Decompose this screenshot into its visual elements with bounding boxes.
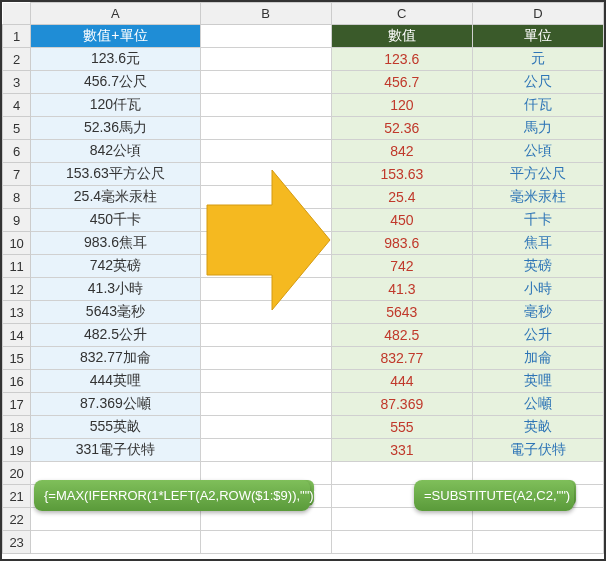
cell-B14[interactable] xyxy=(200,324,331,347)
cell-B2[interactable] xyxy=(200,48,331,71)
cell-B18[interactable] xyxy=(200,416,331,439)
cell-A6[interactable]: 842公頃 xyxy=(31,140,200,163)
cell-A17[interactable]: 87.369公噸 xyxy=(31,393,200,416)
cell-C17[interactable]: 87.369 xyxy=(331,393,472,416)
cell-A7[interactable]: 153.63平方公尺 xyxy=(31,163,200,186)
cell-A14[interactable]: 482.5公升 xyxy=(31,324,200,347)
row-header-23[interactable]: 23 xyxy=(3,531,31,554)
row-header-13[interactable]: 13 xyxy=(3,301,31,324)
cell-B1[interactable] xyxy=(200,25,331,48)
cell-A2[interactable]: 123.6元 xyxy=(31,48,200,71)
cell-C1[interactable]: 數值 xyxy=(331,25,472,48)
row-header-7[interactable]: 7 xyxy=(3,163,31,186)
cell-C5[interactable]: 52.36 xyxy=(331,117,472,140)
cell-B7[interactable] xyxy=(200,163,331,186)
cell-C18[interactable]: 555 xyxy=(331,416,472,439)
row-header-12[interactable]: 12 xyxy=(3,278,31,301)
cell-C8[interactable]: 25.4 xyxy=(331,186,472,209)
cell-B11[interactable] xyxy=(200,255,331,278)
row-header-17[interactable]: 17 xyxy=(3,393,31,416)
row-header-14[interactable]: 14 xyxy=(3,324,31,347)
cell-A5[interactable]: 52.36馬力 xyxy=(31,117,200,140)
cell-C6[interactable]: 842 xyxy=(331,140,472,163)
cell-A3[interactable]: 456.7公尺 xyxy=(31,71,200,94)
row-header-15[interactable]: 15 xyxy=(3,347,31,370)
cell-B10[interactable] xyxy=(200,232,331,255)
cell-A13[interactable]: 5643毫秒 xyxy=(31,301,200,324)
cell-C7[interactable]: 153.63 xyxy=(331,163,472,186)
row-header-4[interactable]: 4 xyxy=(3,94,31,117)
row-header-11[interactable]: 11 xyxy=(3,255,31,278)
cell-D19[interactable]: 電子伏特 xyxy=(472,439,603,462)
col-header-B[interactable]: B xyxy=(200,3,331,25)
row-header-22[interactable]: 22 xyxy=(3,508,31,531)
cell-B8[interactable] xyxy=(200,186,331,209)
cell-B15[interactable] xyxy=(200,347,331,370)
cell-A10[interactable]: 983.6焦耳 xyxy=(31,232,200,255)
row-header-5[interactable]: 5 xyxy=(3,117,31,140)
row-header-10[interactable]: 10 xyxy=(3,232,31,255)
cell-A12[interactable]: 41.3小時 xyxy=(31,278,200,301)
cell-D15[interactable]: 加侖 xyxy=(472,347,603,370)
cell-D11[interactable]: 英磅 xyxy=(472,255,603,278)
cell-C2[interactable]: 123.6 xyxy=(331,48,472,71)
cell-A9[interactable]: 450千卡 xyxy=(31,209,200,232)
cell-C10[interactable]: 983.6 xyxy=(331,232,472,255)
col-header-A[interactable]: A xyxy=(31,3,200,25)
cell-D16[interactable]: 英哩 xyxy=(472,370,603,393)
row-header-1[interactable]: 1 xyxy=(3,25,31,48)
row-header-18[interactable]: 18 xyxy=(3,416,31,439)
cell-C12[interactable]: 41.3 xyxy=(331,278,472,301)
cell-D4[interactable]: 仟瓦 xyxy=(472,94,603,117)
cell-B4[interactable] xyxy=(200,94,331,117)
select-all-corner[interactable] xyxy=(3,3,31,25)
cell-A19[interactable]: 331電子伏特 xyxy=(31,439,200,462)
row-header-3[interactable]: 3 xyxy=(3,71,31,94)
row-header-2[interactable]: 2 xyxy=(3,48,31,71)
cell-A11[interactable]: 742英磅 xyxy=(31,255,200,278)
cell-D18[interactable]: 英畝 xyxy=(472,416,603,439)
cell-A15[interactable]: 832.77加侖 xyxy=(31,347,200,370)
row-header-21[interactable]: 21 xyxy=(3,485,31,508)
cell-A8[interactable]: 25.4毫米汞柱 xyxy=(31,186,200,209)
cell-B17[interactable] xyxy=(200,393,331,416)
cell-D5[interactable]: 馬力 xyxy=(472,117,603,140)
cell-D8[interactable]: 毫米汞柱 xyxy=(472,186,603,209)
cell-D6[interactable]: 公頃 xyxy=(472,140,603,163)
cell-A4[interactable]: 120仟瓦 xyxy=(31,94,200,117)
cell-B16[interactable] xyxy=(200,370,331,393)
col-header-D[interactable]: D xyxy=(472,3,603,25)
row-header-20[interactable]: 20 xyxy=(3,462,31,485)
cell-B13[interactable] xyxy=(200,301,331,324)
cell-B6[interactable] xyxy=(200,140,331,163)
cell-B3[interactable] xyxy=(200,71,331,94)
cell-C11[interactable]: 742 xyxy=(331,255,472,278)
row-header-16[interactable]: 16 xyxy=(3,370,31,393)
cell-C15[interactable]: 832.77 xyxy=(331,347,472,370)
cell-D14[interactable]: 公升 xyxy=(472,324,603,347)
row-header-8[interactable]: 8 xyxy=(3,186,31,209)
cell-C9[interactable]: 450 xyxy=(331,209,472,232)
cell-A16[interactable]: 444英哩 xyxy=(31,370,200,393)
cell-B5[interactable] xyxy=(200,117,331,140)
row-header-19[interactable]: 19 xyxy=(3,439,31,462)
cell-D1[interactable]: 單位 xyxy=(472,25,603,48)
row-header-9[interactable]: 9 xyxy=(3,209,31,232)
cell-B12[interactable] xyxy=(200,278,331,301)
cell-B19[interactable] xyxy=(200,439,331,462)
cell-D13[interactable]: 毫秒 xyxy=(472,301,603,324)
cell-C14[interactable]: 482.5 xyxy=(331,324,472,347)
row-header-6[interactable]: 6 xyxy=(3,140,31,163)
cell-D10[interactable]: 焦耳 xyxy=(472,232,603,255)
cell-C4[interactable]: 120 xyxy=(331,94,472,117)
cell-D9[interactable]: 千卡 xyxy=(472,209,603,232)
col-header-C[interactable]: C xyxy=(331,3,472,25)
cell-D12[interactable]: 小時 xyxy=(472,278,603,301)
cell-C16[interactable]: 444 xyxy=(331,370,472,393)
cell-A1[interactable]: 數值+單位 xyxy=(31,25,200,48)
cell-D17[interactable]: 公噸 xyxy=(472,393,603,416)
cell-B9[interactable] xyxy=(200,209,331,232)
cell-A18[interactable]: 555英畝 xyxy=(31,416,200,439)
cell-C3[interactable]: 456.7 xyxy=(331,71,472,94)
cell-D3[interactable]: 公尺 xyxy=(472,71,603,94)
